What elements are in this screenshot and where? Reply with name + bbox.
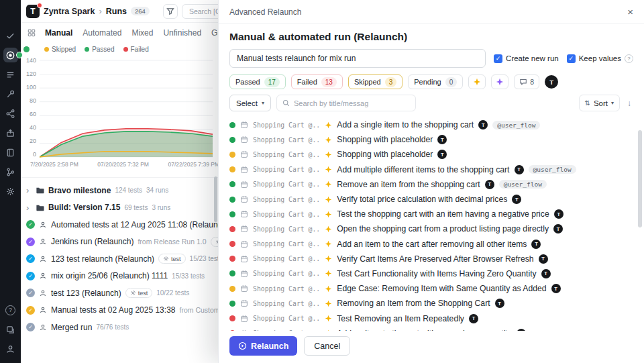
test-case-icon: [240, 315, 248, 323]
test-case-icon: [240, 195, 248, 203]
status-filter-chip[interactable]: Passed 17: [229, 74, 286, 89]
test-row[interactable]: Shopping Cart @.. Shopping with placehol…: [229, 132, 633, 147]
filter-button[interactable]: [163, 4, 178, 19]
test-row[interactable]: Shopping Cart @.. Test Cart Functionalit…: [229, 266, 633, 281]
test-row[interactable]: Shopping Cart @.. Add an item to the car…: [229, 237, 633, 252]
tab[interactable]: Manual: [45, 28, 72, 38]
ai-icon: [496, 78, 504, 86]
test-row[interactable]: Shopping Cart @.. Shopping with placehol…: [229, 147, 633, 162]
sidebar-tools-icon[interactable]: [3, 87, 18, 101]
test-row[interactable]: Shopping Cart @.. Open the shopping cart…: [229, 221, 633, 236]
sparkles-icon: [325, 121, 332, 129]
account-icon[interactable]: [3, 342, 18, 356]
test-status-dot: [229, 211, 235, 217]
chip-count: 13: [321, 77, 337, 87]
relaunch-button[interactable]: Relaunch: [229, 336, 297, 356]
status-filter-chip[interactable]: Pending 0: [408, 74, 463, 89]
chevron-right-icon[interactable]: ›: [26, 185, 32, 195]
status-filter-chip[interactable]: Failed 13: [291, 74, 343, 89]
run-name-input[interactable]: [229, 49, 486, 68]
ai-filter-chip[interactable]: [491, 74, 508, 89]
user-avatar[interactable]: T: [545, 75, 558, 89]
sparkles-icon: [325, 315, 332, 322]
test-status-dot: [229, 137, 235, 143]
run-type-icon: [39, 289, 47, 297]
sidebar-docs-icon[interactable]: [3, 145, 18, 160]
sidebar-check-icon[interactable]: [3, 28, 18, 43]
tabs-view-icon[interactable]: [28, 29, 36, 37]
projects-icon[interactable]: [3, 322, 18, 337]
sidebar-runs-icon[interactable]: [3, 48, 18, 62]
test-tag: @user_flow: [492, 121, 540, 129]
help-circle-icon[interactable]: ?: [625, 54, 633, 63]
test-suite-path: Shopping Cart @..: [253, 211, 320, 218]
search-icon: [282, 99, 290, 107]
sparkles-icon: [325, 225, 332, 233]
tab[interactable]: Unfinished: [163, 28, 201, 38]
advanced-relaunch-modal: Advanced Relaunch × Manual & automated r…: [218, 0, 644, 363]
sidebar-rail: ?: [0, 0, 21, 363]
run-name-row: ✓ Create new run ✓ Keep values ?: [229, 49, 633, 68]
panel-scrollbar[interactable]: [214, 176, 217, 222]
help-icon[interactable]: ?: [3, 303, 18, 317]
checkbox-checked-icon: ✓: [494, 54, 502, 63]
tests-controls-row: Select ▾ Search by title/messag ⇅ Sort ▾…: [229, 95, 633, 111]
x-tick-label: 7/20/2025 2:58 PM: [30, 161, 78, 168]
test-status-dot: [229, 152, 235, 158]
assignee-avatar: T: [485, 180, 494, 189]
test-row[interactable]: Shopping Cart @.. Test the shopping cart…: [229, 207, 633, 221]
sparkles-filter-chip[interactable]: [468, 74, 486, 89]
sidebar-export-icon[interactable]: [3, 125, 18, 140]
create-new-run-checkbox[interactable]: ✓ Create new run: [494, 54, 559, 63]
test-row[interactable]: Shopping Cart @.. Add an item to the car…: [229, 326, 633, 331]
sort-direction-icon[interactable]: ↓: [625, 99, 633, 108]
sidebar-settings-icon[interactable]: [3, 184, 18, 199]
test-suite-path: Shopping Cart @..: [253, 285, 320, 293]
run-status-icon: ✓: [26, 323, 35, 331]
run-title: 123 test relaunch (Relaunch): [51, 254, 154, 264]
test-row[interactable]: Shopping Cart @.. Removing an Item from …: [229, 296, 633, 311]
modal-scrollbar[interactable]: [638, 130, 642, 227]
assignee-avatar: T: [478, 120, 488, 129]
status-filter-chip[interactable]: Skipped 3: [348, 74, 402, 89]
tab[interactable]: Mixed: [131, 28, 153, 38]
select-dropdown[interactable]: Select ▾: [229, 95, 271, 111]
test-case-icon: [240, 240, 248, 248]
y-tick-label: 40: [22, 124, 36, 131]
sidebar-branch-icon[interactable]: [3, 164, 18, 179]
app-logo[interactable]: T: [26, 5, 40, 18]
gear-icon: [163, 256, 169, 262]
modal-body: Manual & automated run (Relaunch) ✓ Crea…: [219, 24, 644, 331]
sidebar-share-nodes-icon[interactable]: [3, 106, 18, 121]
chip-count: 3: [385, 77, 397, 87]
tests-search-input[interactable]: Search by title/messag: [276, 95, 416, 111]
test-status-dot: [229, 122, 235, 128]
close-icon[interactable]: ×: [627, 6, 633, 17]
legend-dot: [123, 47, 128, 52]
assignee-avatar: T: [517, 329, 526, 331]
run-title: Build: Version 7.15: [48, 203, 120, 212]
run-title: Bravo milestone: [48, 186, 111, 195]
cancel-button[interactable]: Cancel: [304, 336, 350, 356]
test-row[interactable]: Shopping Cart @.. Add a single item to t…: [229, 117, 633, 132]
test-row[interactable]: Shopping Cart @.. Remove an item from th…: [229, 177, 633, 192]
create-new-run-label: Create new run: [506, 54, 559, 62]
folder-icon: [36, 203, 44, 212]
sparkles-icon: [325, 329, 332, 331]
tab[interactable]: Automated: [83, 28, 121, 38]
chevron-right-icon[interactable]: ›: [26, 203, 32, 213]
sort-dropdown[interactable]: ⇅ Sort ▾: [579, 95, 621, 111]
gear-icon: [130, 290, 136, 296]
keep-values-checkbox[interactable]: ✓ Keep values ?: [567, 54, 633, 63]
test-row[interactable]: Shopping Cart @.. Verify total price cal…: [229, 192, 633, 207]
run-title: Jenkins run (Relaunch): [51, 237, 133, 246]
test-row[interactable]: Shopping Cart @.. Add multiple different…: [229, 162, 633, 177]
comments-filter-chip[interactable]: 8: [514, 74, 539, 89]
test-row[interactable]: Shopping Cart @.. Edge Case: Removing It…: [229, 281, 633, 296]
test-row[interactable]: Shopping Cart @.. Verify Cart Items Are …: [229, 252, 633, 266]
sparkles-icon: [325, 211, 332, 218]
test-row[interactable]: Shopping Cart @.. Test Removing an Item …: [229, 311, 633, 325]
sidebar-list-icon[interactable]: [3, 67, 18, 82]
run-origin: from Release Run 1.0: [138, 238, 206, 246]
modal-header: Advanced Relaunch ×: [219, 0, 644, 24]
